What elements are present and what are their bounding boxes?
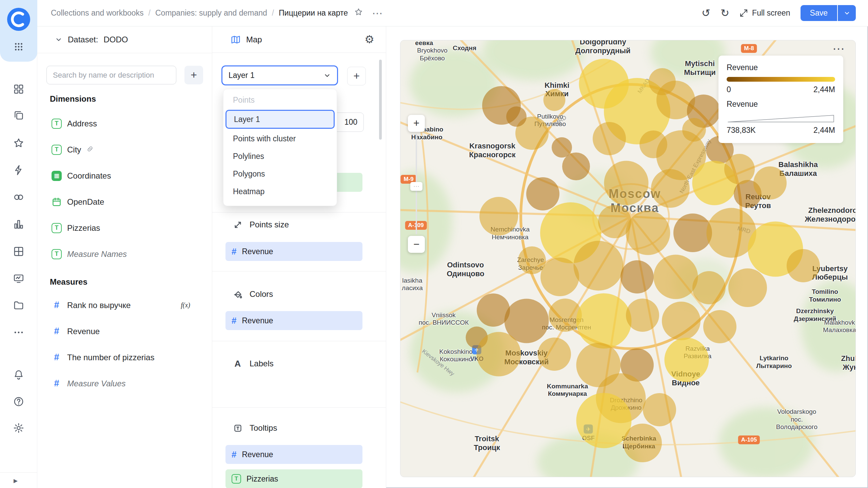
tooltips-chips: #RevenueTPizzerias bbox=[225, 445, 362, 488]
map-point[interactable] bbox=[552, 137, 572, 158]
map-point[interactable] bbox=[576, 293, 631, 349]
nav-functions-icon[interactable] bbox=[12, 164, 25, 177]
map-point[interactable] bbox=[643, 393, 676, 426]
map-point[interactable] bbox=[787, 249, 820, 282]
datalens-logo[interactable] bbox=[6, 7, 31, 32]
map-point[interactable] bbox=[649, 68, 676, 95]
map-more-icon[interactable]: ⋯ bbox=[832, 42, 845, 56]
map-point[interactable] bbox=[476, 332, 521, 377]
field-chip[interactable]: #Revenue bbox=[225, 242, 362, 261]
chip-label: Revenue bbox=[242, 450, 273, 459]
redo-icon[interactable]: ↻ bbox=[721, 8, 729, 18]
breadcrumb-item[interactable]: Collections and workbooks bbox=[51, 8, 144, 18]
field-label: The number of pizzerias bbox=[67, 353, 154, 362]
map-point[interactable] bbox=[538, 338, 571, 371]
measure-field-icon: # bbox=[232, 449, 236, 460]
map-point[interactable] bbox=[626, 299, 659, 332]
map-point[interactable] bbox=[623, 424, 662, 462]
expand-panel-button[interactable]: ▸ bbox=[14, 476, 18, 485]
apps-grid-icon[interactable] bbox=[12, 40, 25, 53]
map-point[interactable] bbox=[653, 255, 698, 299]
field-item[interactable]: ▦Coordinates bbox=[37, 163, 212, 189]
chart-settings-gear-icon[interactable]: ⚙ bbox=[364, 34, 374, 45]
nav-storage-icon[interactable] bbox=[12, 299, 25, 311]
nav-more-icon[interactable] bbox=[12, 326, 25, 339]
map-point[interactable] bbox=[593, 122, 626, 155]
field-item[interactable]: TCity bbox=[37, 137, 212, 163]
zoom-slider-handle[interactable]: ⋯ bbox=[410, 182, 422, 191]
nav-workbooks-icon[interactable] bbox=[12, 109, 25, 122]
field-item[interactable]: #Measure Values bbox=[37, 370, 212, 396]
full-screen-button[interactable]: Full screen bbox=[739, 8, 790, 18]
breadcrumb-more-icon[interactable]: ⋯ bbox=[372, 8, 383, 19]
breadcrumb-item[interactable]: Пиццерии на карте bbox=[279, 8, 348, 18]
map-point[interactable] bbox=[651, 169, 690, 208]
map-point[interactable] bbox=[626, 211, 670, 255]
map-point[interactable] bbox=[562, 152, 590, 180]
layer-menu-item[interactable]: Heatmap bbox=[223, 183, 337, 200]
chart-config-panel: Map ⚙ Layer 1 + 100 PointsLayer 1Points … bbox=[212, 26, 386, 488]
topbar: Collections and workbooks/Companies: sup… bbox=[37, 0, 868, 26]
map-point[interactable] bbox=[526, 177, 559, 210]
map-canvas[interactable]: еевкаBryokhovoБрёховоСходняDolgoprudnyДо… bbox=[400, 40, 856, 477]
zoom-in-button[interactable]: + bbox=[408, 115, 425, 132]
settings-button[interactable] bbox=[12, 422, 25, 434]
map-point[interactable] bbox=[728, 268, 767, 307]
add-field-button[interactable]: + bbox=[184, 66, 203, 84]
layer-menu-item[interactable]: Layer 1 bbox=[225, 110, 335, 129]
field-item[interactable]: #Revenue bbox=[37, 318, 212, 344]
favorite-star-icon[interactable] bbox=[354, 7, 363, 19]
nav-datasets-icon[interactable] bbox=[12, 245, 25, 258]
field-item[interactable]: TPizzerias bbox=[37, 215, 212, 241]
nav-monitoring-icon[interactable] bbox=[12, 272, 25, 285]
nav-favorites-icon[interactable] bbox=[12, 137, 25, 149]
field-item[interactable]: TMeasure Names bbox=[37, 241, 212, 267]
layer-select[interactable]: Layer 1 bbox=[221, 65, 338, 85]
undo-icon[interactable]: ↺ bbox=[702, 8, 710, 18]
measure-field-icon: # bbox=[52, 300, 62, 310]
field-chip[interactable]: #Revenue bbox=[225, 311, 362, 330]
field-chip[interactable]: #Revenue bbox=[225, 445, 362, 464]
nav-charts-icon[interactable] bbox=[12, 218, 25, 231]
panel-scrollbar[interactable] bbox=[379, 60, 382, 140]
map-point[interactable] bbox=[620, 260, 654, 293]
section-title: Colors bbox=[250, 289, 273, 299]
zoom-out-button[interactable]: − bbox=[408, 236, 425, 253]
save-button[interactable]: Save bbox=[801, 5, 837, 21]
nav-connections-icon[interactable] bbox=[12, 191, 25, 204]
layer-menu-item[interactable]: Points with cluster bbox=[223, 130, 337, 147]
field-item[interactable]: #Rank по выручкеf(x) bbox=[37, 292, 212, 318]
notifications-button[interactable] bbox=[12, 368, 25, 381]
help-button[interactable] bbox=[12, 395, 25, 408]
map-point[interactable] bbox=[573, 241, 623, 290]
layer-menu-item[interactable]: Polygons bbox=[223, 165, 337, 183]
search-input[interactable] bbox=[46, 66, 176, 84]
layer-menu-item[interactable]: Polylines bbox=[223, 147, 337, 165]
layer-menu-item[interactable]: Points bbox=[223, 91, 337, 109]
points-size-chips: #Revenue bbox=[225, 242, 362, 266]
add-layer-button[interactable]: + bbox=[347, 67, 366, 85]
chart-type-label: Map bbox=[246, 35, 262, 44]
map-point[interactable] bbox=[543, 89, 565, 111]
fullscreen-icon bbox=[739, 9, 748, 17]
field-chip[interactable]: TPizzerias bbox=[225, 469, 362, 488]
breadcrumb-item[interactable]: Companies: supply and demand bbox=[155, 8, 267, 18]
field-item[interactable]: TAddress bbox=[37, 110, 212, 137]
field-item[interactable]: OpenDate bbox=[37, 189, 212, 215]
map-point[interactable] bbox=[665, 338, 709, 382]
map-point[interactable] bbox=[703, 310, 736, 343]
map-point[interactable] bbox=[604, 161, 648, 205]
map-point[interactable] bbox=[692, 271, 726, 304]
nav-dashboards-icon[interactable] bbox=[12, 83, 25, 96]
map-point[interactable] bbox=[724, 154, 755, 184]
tooltip-t-icon bbox=[233, 423, 243, 433]
save-dropdown-button[interactable] bbox=[838, 5, 856, 21]
map-point[interactable] bbox=[682, 118, 706, 142]
field-item[interactable]: #The number of pizzerias bbox=[37, 344, 212, 370]
dataset-header[interactable]: Dataset: DODO bbox=[37, 26, 212, 53]
map-point[interactable] bbox=[479, 197, 518, 236]
map-point[interactable] bbox=[753, 166, 787, 200]
divider bbox=[212, 212, 386, 212]
map-point[interactable] bbox=[506, 106, 527, 127]
map-point[interactable] bbox=[662, 302, 701, 340]
